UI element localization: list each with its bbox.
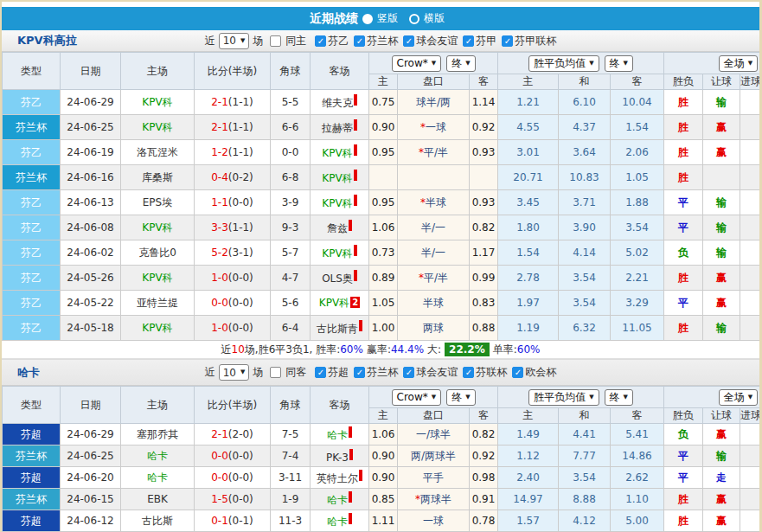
home-team: 克鲁比0	[121, 240, 195, 266]
match-date: 24-06-19	[61, 140, 121, 165]
league-checkbox[interactable]: ✓	[463, 367, 474, 378]
horizontal-view-radio[interactable]	[409, 14, 419, 24]
league-checkbox[interactable]: ✓	[512, 367, 523, 378]
league-checkbox[interactable]: ✓	[502, 35, 513, 47]
handicap-line: 半球	[398, 291, 470, 316]
league-checkbox[interactable]: ✓	[403, 35, 414, 47]
away-team-cell: 哈卡	[311, 489, 369, 510]
home-odds: 0.90	[369, 467, 398, 489]
home-odds: 0.90	[369, 115, 398, 140]
home-team: 古比斯	[121, 510, 195, 532]
halftime-score: (0-0)	[228, 297, 253, 309]
away-badge	[354, 144, 357, 156]
bookmaker-select[interactable]: Crow*▼	[392, 389, 442, 406]
mean-away: 1.88	[611, 190, 664, 215]
table-row: 芬超 24-06-29 塞那乔其 2-1(2-0) 7-5 哈卡 1.06 一/…	[3, 424, 760, 445]
fulltime-score: 1-5	[211, 493, 228, 505]
handicap-result-cell: 赢	[703, 266, 740, 291]
fulltime-score: 0-1	[211, 515, 228, 527]
home-odds: 1.05	[369, 291, 398, 316]
mean-type-select[interactable]: 胜平负均值▼	[528, 55, 599, 72]
handicap-line: *两球半	[398, 489, 470, 510]
match-score: 1-1(0-0)	[195, 190, 271, 215]
league-checkbox[interactable]: ✓	[463, 35, 474, 47]
mean-draw: 4.41	[559, 424, 611, 445]
home-team: KPV科	[121, 215, 195, 240]
league-checkbox[interactable]: ✓	[315, 367, 326, 378]
mean-home: 2.78	[498, 266, 559, 291]
mean-home: 3.45	[498, 190, 559, 215]
away-team: 英特土尔	[317, 472, 358, 484]
mean-time-select[interactable]: 终▼	[605, 55, 633, 72]
odds-time-select[interactable]: 终▼	[446, 389, 475, 406]
mean-home: 1.49	[498, 424, 559, 445]
chevron-down-icon: ▼	[465, 394, 470, 401]
goals-cell	[740, 510, 759, 532]
vertical-view-radio[interactable]	[362, 14, 373, 24]
mean-home: 4.55	[498, 115, 559, 140]
kpv-matches-table: 类型 日期 主场 比分(半场) 角球 客场 Crow*▼ 终▼ 胜平负均值▼ 终…	[2, 52, 759, 341]
table-row: 芬兰杯 24-06-25 KPV科 2-1(1-1) 6-6 拉赫蒂 0.90 …	[3, 115, 760, 140]
match-score: 0-4(0-2)	[195, 165, 271, 190]
result-cell: 胜	[664, 316, 703, 341]
col-date-header: 日期	[61, 387, 121, 424]
league-checkbox[interactable]: ✓	[354, 367, 365, 378]
home-team: EBK	[121, 489, 195, 510]
bookmaker-select[interactable]: Crow*▼	[392, 55, 442, 72]
mean-away: 10.04	[611, 90, 664, 115]
away-team-cell: 古比斯青	[311, 316, 369, 341]
col-type-header: 类型	[3, 53, 61, 90]
sub-away-odds-header: 客	[470, 408, 498, 424]
match-count-select[interactable]: 10 ▼	[219, 364, 250, 381]
odds-time-select[interactable]: 终▼	[446, 55, 475, 72]
summary-big-label: 大:	[427, 343, 441, 357]
league-checkbox[interactable]: ✓	[315, 35, 326, 47]
kpv-summary-bar: 近10场,胜6平3负1, 胜率:60%赢率:44.4%大:22.2%单率:60%	[2, 341, 759, 359]
away-odds: 1.17	[470, 240, 498, 266]
league-checkbox[interactable]: ✓	[354, 35, 365, 47]
sub-line-header: 盘口	[398, 408, 470, 424]
mean-time-select[interactable]: 终▼	[605, 389, 633, 406]
full-match-select[interactable]: 全场▼	[719, 55, 758, 72]
result-cell: 胜	[664, 266, 703, 291]
table-row: 芬兰杯 24-06-25 哈卡 0-0(0-0) 7-4 PK-3 0.90 两…	[3, 445, 760, 467]
match-score: 1-0(0-0)	[195, 316, 271, 341]
away-odds: 0.92	[470, 115, 498, 140]
goals-cell	[740, 489, 759, 510]
chevron-down-icon: ▼	[240, 369, 245, 375]
league-type-badge: 芬乙	[3, 291, 61, 316]
col-goals-header: 进球	[740, 74, 759, 90]
mean-draw: 6.32	[559, 316, 611, 341]
home-odds: 0.95	[369, 190, 398, 215]
away-badge	[349, 426, 352, 438]
page-container: 近期战绩 竖版 横版 KPV科高拉 近 10 ▼ 场 同主 ✓芬乙✓芬兰杯✓球会…	[2, 2, 759, 532]
away-team: 詹兹	[327, 222, 348, 234]
same-venue-label: 同主	[285, 34, 306, 48]
mean-type-select[interactable]: 胜平负均值▼	[528, 389, 599, 406]
mean-away: 1.54	[611, 115, 664, 140]
match-score: 2-1(2-0)	[195, 424, 271, 445]
full-match-select[interactable]: 全场▼	[719, 389, 758, 406]
table-row: 芬乙 24-05-22 亚特兰提 0-0(0-0) 5-6 KPV科2 1.05…	[3, 291, 760, 316]
league-checkbox[interactable]: ✓	[403, 367, 414, 378]
col-away-header: 客场	[311, 387, 369, 424]
chevron-down-icon: ▼	[748, 394, 752, 401]
home-team: 哈卡	[121, 445, 195, 467]
goals-cell	[740, 140, 759, 165]
away-team: 哈卡	[327, 494, 348, 506]
corner-count: 6-8	[271, 165, 311, 190]
away-team-cell: KPV科	[311, 140, 369, 165]
away-odds	[470, 165, 498, 190]
halftime-score: (1-1)	[228, 221, 253, 234]
fulltime-score: 1-0	[211, 322, 228, 334]
mean-away: 1.05	[611, 165, 664, 190]
mean-draw: 3.54	[559, 291, 611, 316]
home-odds: 0.85	[369, 489, 398, 510]
away-badge	[349, 449, 353, 460]
sub-home-odds-header: 主	[369, 74, 398, 90]
away-team: KPV科	[322, 172, 352, 184]
same-venue-checkbox[interactable]	[270, 367, 281, 378]
same-venue-checkbox[interactable]	[270, 35, 281, 47]
halftime-score: (0-1)	[228, 515, 253, 527]
match-count-select[interactable]: 10 ▼	[219, 33, 250, 49]
